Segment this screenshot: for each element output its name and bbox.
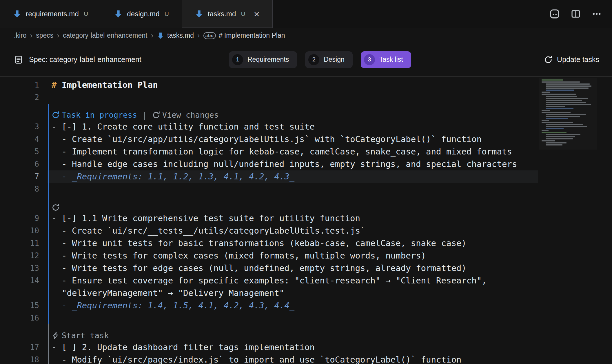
line-content[interactable]: - [-] 1. Create core utility function an…: [52, 121, 538, 133]
line-number: 7: [0, 170, 39, 183]
split-button[interactable]: [571, 9, 581, 19]
breadcrumb-item[interactable]: specs: [36, 32, 53, 39]
breadcrumb-separator: ›: [147, 31, 157, 40]
step-label: Task list: [379, 56, 403, 63]
line-content[interactable]: [52, 91, 538, 104]
line-content[interactable]: [52, 195, 538, 212]
line-number: [0, 104, 39, 121]
breadcrumb-item[interactable]: tasks.md: [157, 32, 194, 39]
line-content[interactable]: - Ensure test coverage for specific exam…: [52, 274, 538, 299]
line-number: 6: [0, 158, 39, 170]
step-number: 1: [232, 54, 243, 65]
codelens-row: [0, 195, 612, 212]
minimap-line: [546, 90, 574, 91]
code-row: 1# Implementation Plan: [0, 79, 612, 91]
line-content[interactable]: - [ ] 2. Update dashboard filter tags im…: [52, 341, 538, 354]
minimap-line: [542, 110, 550, 111]
sync-icon: [152, 111, 160, 119]
code-row: 6- Handle edge cases including null/unde…: [0, 158, 612, 170]
line-content[interactable]: - Create `ui/src/__tests__/utils/categor…: [52, 225, 538, 237]
line-content[interactable]: - Implement transformation logic for keb…: [52, 145, 538, 158]
codelens-task-in-progress[interactable]: Task in progress: [52, 110, 137, 120]
step-design[interactable]: 2Design: [305, 51, 353, 68]
breadcrumb-item[interactable]: abc# Implementation Plan: [203, 32, 285, 39]
line-number: 13: [0, 262, 39, 274]
tab-design.md[interactable]: design.mdU: [101, 0, 182, 28]
code-row: 15- _Requirements: 1.4, 1.5, 4.1, 4.2, 4…: [0, 299, 612, 312]
line-content[interactable]: Start task: [52, 324, 538, 341]
line-content[interactable]: - _Requirements: 1.1, 1.2, 1.3, 4.1, 4.2…: [52, 170, 538, 183]
line-content[interactable]: - [-] 1.1 Write comprehensive test suite…: [52, 212, 538, 225]
minimap-line: [546, 134, 580, 135]
line-number: 12: [0, 250, 39, 262]
kiro-button[interactable]: [549, 9, 560, 19]
code-row: 9- [-] 1.1 Write comprehensive test suit…: [0, 212, 612, 225]
editor-rows: 1# Implementation Plan2Task in progress|…: [0, 79, 612, 364]
code-row: 17- [ ] 2. Update dashboard filter tags …: [0, 341, 612, 354]
line-content[interactable]: [52, 183, 538, 195]
codelens-view-changes[interactable]: View changes: [152, 110, 219, 120]
minimap-line: [546, 114, 586, 115]
line-number: [0, 195, 39, 212]
tab-tasks.md[interactable]: tasks.mdU×: [182, 0, 273, 28]
minimap[interactable]: [539, 78, 597, 150]
lightning-icon: [52, 332, 60, 340]
update-tasks-button[interactable]: Update tasks: [544, 55, 599, 64]
spec-header: Spec: category-label-enhancement: [14, 55, 229, 64]
minimap-line: [546, 88, 589, 89]
codelens-spinner[interactable]: [52, 203, 60, 212]
line-number: 17: [0, 341, 39, 354]
kiro-icon: [549, 9, 560, 19]
line-content[interactable]: - Create `ui/src/app/utils/categoryLabel…: [52, 133, 538, 145]
codelens-separator: |: [142, 110, 147, 120]
minimap-line: [546, 144, 562, 145]
line-content[interactable]: - Write tests for complex cases (mixed f…: [52, 250, 538, 262]
minimap-line: [546, 118, 568, 119]
minimap-line: [546, 138, 573, 139]
line-number: 1: [0, 79, 39, 91]
update-tasks-label: Update tasks: [557, 55, 599, 64]
more-button[interactable]: [592, 9, 602, 19]
code-row: 16: [0, 312, 612, 324]
breadcrumb-item[interactable]: category-label-enhancement: [63, 32, 147, 39]
line-number: 2: [0, 91, 39, 104]
line-number: 3: [0, 121, 39, 133]
line-content[interactable]: Task in progress|View changes: [52, 104, 538, 121]
breadcrumb-separator: ›: [194, 31, 203, 40]
line-content[interactable]: - Handle edge cases including null/undef…: [52, 158, 538, 170]
close-icon[interactable]: ×: [254, 9, 260, 19]
tab-requirements.md[interactable]: requirements.mdU: [0, 0, 101, 28]
line-content[interactable]: - Write tests for edge cases (null, unde…: [52, 262, 538, 274]
line-number: [0, 324, 39, 341]
breadcrumb-label: .kiro: [14, 32, 26, 39]
line-content[interactable]: - _Requirements: 1.4, 1.5, 4.1, 4.2, 4.3…: [52, 299, 538, 312]
minimap-line: [546, 124, 583, 125]
minimap-line: [546, 104, 591, 105]
line-content[interactable]: # Implementation Plan: [52, 79, 538, 91]
tab-label: tasks.md: [208, 10, 236, 18]
step-requirements[interactable]: 1Requirements: [229, 51, 297, 68]
step-task-list[interactable]: 3Task list: [361, 51, 411, 68]
minimap-line: [542, 92, 550, 93]
code-segment: #: [52, 80, 62, 90]
symbol-string-icon: abc: [203, 32, 216, 39]
minimap-line: [546, 85, 591, 87]
editor[interactable]: 1# Implementation Plan2Task in progress|…: [0, 77, 612, 364]
codelens-row: Task in progress|View changes: [0, 104, 612, 121]
line-content[interactable]: - Write unit tests for basic transformat…: [52, 237, 538, 250]
breadcrumb-label: tasks.md: [167, 32, 194, 39]
code-row: 8: [0, 183, 612, 195]
line-content[interactable]: - Modify `ui/src/pages/index.js` to impo…: [52, 354, 538, 364]
codelens-row: Start task: [0, 324, 612, 341]
kiro-editor-window: requirements.mdUdesign.mdUtasks.mdU× .ki…: [0, 0, 612, 364]
breadcrumb-item[interactable]: .kiro: [14, 32, 26, 39]
codelens-start-task[interactable]: Start task: [52, 331, 109, 341]
minimap-line: [546, 142, 567, 143]
code-row: 4- Create `ui/src/app/utils/categoryLabe…: [0, 133, 612, 145]
spec-bar: Spec: category-label-enhancement 1Requir…: [0, 43, 612, 77]
tab-label: design.md: [127, 10, 160, 18]
codelens-label: Task in progress: [62, 110, 137, 120]
line-number: 9: [0, 212, 39, 225]
code-row: 5- Implement transformation logic for ke…: [0, 145, 612, 158]
line-content[interactable]: [52, 312, 538, 324]
